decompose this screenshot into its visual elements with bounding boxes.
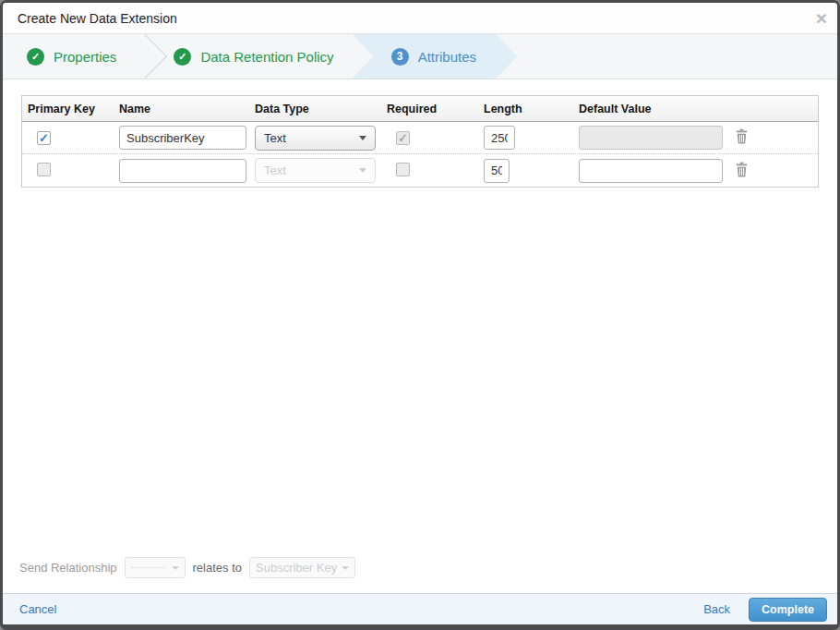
- header-required: Required: [387, 103, 484, 115]
- name-input[interactable]: [119, 126, 246, 150]
- back-link[interactable]: Back: [703, 602, 730, 616]
- send-relationship-label: Send Relationship: [19, 561, 117, 575]
- check-circle-icon: ✓: [27, 48, 44, 66]
- header-name: Name: [119, 103, 255, 115]
- step-data-retention-policy[interactable]: ✓ Data Retention Policy: [150, 34, 357, 79]
- length-input[interactable]: [484, 126, 515, 150]
- chevron-down-icon: [359, 136, 366, 140]
- table-row: ✓ Text ✓: [22, 122, 818, 154]
- dialog-footer: Cancel Back Complete: [3, 593, 837, 624]
- primary-key-checkbox[interactable]: [37, 163, 51, 176]
- data-type-select: Text: [255, 158, 376, 183]
- complete-button[interactable]: Complete: [749, 598, 827, 622]
- header-data-type: Data Type: [255, 103, 387, 115]
- step-properties[interactable]: ✓ Properties: [3, 34, 140, 79]
- step-attributes-label: Attributes: [418, 49, 476, 65]
- step-retention-label: Data Retention Policy: [200, 49, 333, 65]
- length-input[interactable]: [484, 159, 510, 183]
- default-value-input[interactable]: [579, 159, 723, 183]
- step-attributes[interactable]: 3 Attributes: [353, 34, 517, 79]
- attributes-table: Primary Key Name Data Type Required Leng…: [21, 95, 819, 188]
- data-type-value: Text: [264, 164, 286, 177]
- dialog-content: Primary Key Name Data Type Required Leng…: [3, 79, 837, 593]
- chevron-down-icon: [342, 566, 349, 570]
- empty-selection-placeholder: [131, 567, 166, 568]
- required-checkbox: ✓: [396, 131, 410, 145]
- primary-key-checkbox[interactable]: ✓: [37, 131, 51, 145]
- delete-row-button[interactable]: [735, 162, 749, 177]
- relates-to-select: Subscriber Key: [249, 557, 355, 578]
- trash-icon: [735, 162, 749, 177]
- name-input[interactable]: [119, 159, 246, 183]
- chevron-down-icon: [172, 566, 179, 570]
- step-properties-label: Properties: [54, 49, 116, 65]
- check-circle-icon: ✓: [174, 48, 191, 66]
- header-default-value: Default Value: [579, 103, 731, 115]
- relates-to-label: relates to: [193, 561, 242, 575]
- trash-icon: [735, 128, 749, 144]
- default-value-input: [579, 126, 723, 150]
- dialog-titlebar: Create New Data Extension ×: [3, 3, 837, 34]
- wizard-steps: ✓ Properties ✓ Data Retention Policy 3 A…: [3, 34, 837, 79]
- chevron-down-icon: [359, 168, 366, 173]
- cancel-link[interactable]: Cancel: [19, 602, 56, 616]
- table-row: Text: [22, 154, 818, 187]
- required-checkbox[interactable]: [396, 163, 410, 176]
- step-number-badge: 3: [391, 48, 409, 66]
- table-header-row: Primary Key Name Data Type Required Leng…: [22, 96, 818, 122]
- data-type-select[interactable]: Text: [255, 126, 376, 151]
- header-primary-key: Primary Key: [22, 103, 119, 115]
- send-relationship-select: [125, 557, 186, 578]
- relates-to-value: Subscriber Key: [256, 561, 337, 575]
- send-relationship-row: Send Relationship relates to Subscriber …: [3, 557, 837, 593]
- header-length: Length: [484, 103, 579, 115]
- create-data-extension-dialog: Create New Data Extension × ✓ Properties…: [0, 0, 840, 630]
- data-type-value: Text: [264, 131, 286, 145]
- dialog-title: Create New Data Extension: [18, 11, 177, 26]
- delete-row-button[interactable]: [735, 128, 749, 144]
- close-icon[interactable]: ×: [816, 7, 827, 27]
